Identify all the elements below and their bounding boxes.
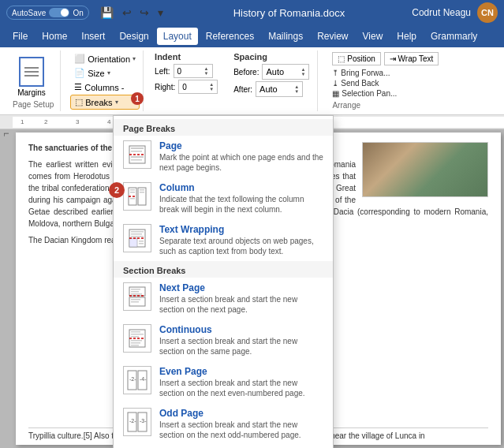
autosave-toggle-knob xyxy=(61,9,69,17)
svg-rect-15 xyxy=(129,238,137,247)
svg-text:-2-: -2- xyxy=(129,376,136,382)
selection-pane-row: ▦ Selection Pan... xyxy=(332,89,439,98)
dropdown-item-even-page[interactable]: -2- -4- Even Page Insert a section break… xyxy=(114,361,333,403)
menu-layout[interactable]: Layout xyxy=(157,28,198,45)
orientation-button[interactable]: ⬜ Orientation ▾ xyxy=(70,52,140,65)
size-button[interactable]: 📄 Size ▾ xyxy=(70,66,140,80)
menu-home[interactable]: Home xyxy=(35,28,73,45)
svg-rect-37 xyxy=(131,345,139,346)
spacing-after-arrows: ▲ ▼ xyxy=(294,84,299,94)
indent-left-down[interactable]: ▼ xyxy=(204,71,209,76)
menu-insert[interactable]: Insert xyxy=(75,28,111,45)
spacing-before-down[interactable]: ▼ xyxy=(301,72,306,77)
odd-page-icon: -2- -3- xyxy=(123,408,151,436)
title-bar-left: AutoSave On 💾 ↩ ↪ ▾ xyxy=(6,5,166,21)
odd-page-desc: Insert a section break and start the new… xyxy=(159,420,323,440)
menu-review[interactable]: Review xyxy=(311,28,354,45)
autosave-badge[interactable]: AutoSave On xyxy=(6,6,89,20)
svg-text:-3-: -3- xyxy=(140,418,147,424)
indent-right-field[interactable]: 0 ▲ ▼ xyxy=(178,80,218,94)
redo-icon[interactable]: ↪ xyxy=(136,5,152,21)
dropdown-item-next-page[interactable]: Next Page Insert a section break and sta… xyxy=(114,278,333,319)
indent-right-value: 0 xyxy=(182,83,187,91)
spacing-after-row: After: Auto ▲ ▼ xyxy=(233,81,309,97)
layout-buttons-group: ⬜ Orientation ▾ 📄 Size ▾ ☰ Columns - ⬚ B… xyxy=(67,50,144,111)
dropdown-item-page[interactable]: Page Mark the point at which one page en… xyxy=(114,136,333,177)
even-page-text: Even Page Insert a section break and sta… xyxy=(159,366,323,398)
svg-rect-32 xyxy=(131,331,140,333)
autosave-toggle[interactable] xyxy=(49,8,69,17)
indent-left-row: Left: 0 ▲ ▼ xyxy=(155,64,218,78)
undo-icon[interactable]: ↩ xyxy=(119,5,135,21)
menu-file[interactable]: File xyxy=(6,28,34,45)
spacing-before-label: Before: xyxy=(233,68,259,77)
menu-references[interactable]: References xyxy=(200,28,260,45)
spacing-after-field[interactable]: Auto ▲ ▼ xyxy=(256,81,303,97)
indent-left-label: Left: xyxy=(155,67,170,76)
menu-help[interactable]: Help xyxy=(390,28,423,45)
doc-image xyxy=(362,142,488,197)
save-icon[interactable]: 💾 xyxy=(97,5,117,21)
even-page-icon: -2- -4- xyxy=(123,366,151,394)
columns-button[interactable]: ☰ Columns - xyxy=(70,80,140,94)
svg-rect-28 xyxy=(131,299,140,301)
margins-button[interactable]: Margins xyxy=(13,53,50,100)
svg-rect-25 xyxy=(131,289,140,290)
spacing-after-down[interactable]: ▼ xyxy=(294,89,299,94)
ribbon: Margins Page Setup ⬜ Orientation ▾ 📄 Siz… xyxy=(0,47,504,115)
menu-mailings[interactable]: Mailings xyxy=(262,28,309,45)
doc-title: History of Romania.docx xyxy=(233,7,345,19)
indent-right-row: Right: 0 ▲ ▼ xyxy=(155,80,218,94)
autosave-state: On xyxy=(73,9,83,17)
dropdown-item-continuous[interactable]: Continuous Insert a section break and st… xyxy=(114,319,333,361)
menu-grammarly[interactable]: Grammarly xyxy=(424,28,483,45)
customize-icon[interactable]: ▾ xyxy=(155,5,166,21)
bring-forward-button[interactable]: ⤒ Bring Forwa... xyxy=(332,69,390,77)
indent-left-arrows: ▲ ▼ xyxy=(204,66,209,76)
breaks-dropdown-icon: ▾ xyxy=(115,99,118,106)
breaks-label: Breaks xyxy=(85,98,112,107)
dropdown-item-odd-page[interactable]: -2- -3- Odd Page Insert a section break … xyxy=(114,403,333,445)
indent-right-label: Right: xyxy=(155,83,175,91)
indent-group: Indent Left: 0 ▲ ▼ Right: 0 ▲ ▼ xyxy=(150,50,222,111)
spacing-before-field[interactable]: Auto ▲ ▼ xyxy=(262,64,309,80)
page-breaks-title: Page Breaks xyxy=(114,119,333,136)
selection-pane-button[interactable]: ▦ Selection Pan... xyxy=(332,89,397,98)
text-wrapping-title: Text Wrapping xyxy=(159,224,323,235)
svg-rect-2 xyxy=(131,147,144,149)
breaks-icon: ⬚ xyxy=(75,97,83,107)
menu-bar: File Home Insert Design Layout Reference… xyxy=(0,25,504,47)
arrange-top-row: ⬚ Position ⇥ Wrap Text xyxy=(332,52,439,65)
toolbar-icons: 💾 ↩ ↪ ▾ xyxy=(97,5,166,21)
position-button[interactable]: ⬚ Position xyxy=(332,52,380,65)
breaks-button[interactable]: ⬚ Breaks ▾ 1 xyxy=(70,95,140,110)
next-page-text: Next Page Insert a section break and sta… xyxy=(159,282,323,315)
menu-design[interactable]: Design xyxy=(113,28,155,45)
columns-label: Columns - xyxy=(84,83,124,92)
selection-pane-icon: ▦ xyxy=(332,89,339,98)
dropdown-item-text-wrapping[interactable]: Text Wrapping Separate text around objec… xyxy=(114,219,333,261)
dropdown-item-column[interactable]: Column Indicate that the text following … xyxy=(114,177,333,219)
orientation-label: Orientation xyxy=(88,54,130,64)
page-break-text: Page Mark the point at which one page en… xyxy=(159,140,323,173)
svg-rect-36 xyxy=(131,342,140,344)
svg-rect-12 xyxy=(140,189,144,191)
column-break-badge: 2 xyxy=(109,182,125,198)
avatar[interactable]: CN xyxy=(477,2,498,23)
indent-right-down[interactable]: ▼ xyxy=(209,87,214,91)
svg-rect-26 xyxy=(131,291,139,293)
selection-pane-label: Selection Pan... xyxy=(342,89,397,98)
bring-forward-label: Bring Forwa... xyxy=(341,69,390,77)
arrange-label: Arrange xyxy=(332,98,439,110)
svg-rect-33 xyxy=(131,334,144,335)
menu-view[interactable]: View xyxy=(357,28,390,45)
page-setup-group: Margins Page Setup xyxy=(6,50,61,111)
wrap-text-button[interactable]: ⇥ Wrap Text xyxy=(384,52,439,65)
title-bar-right: Codrut Neagu CN xyxy=(412,2,498,23)
svg-rect-35 xyxy=(131,340,142,342)
indent-left-field[interactable]: 0 ▲ ▼ xyxy=(174,64,213,78)
svg-rect-13 xyxy=(140,192,144,193)
send-back-button[interactable]: ⤓ Send Back xyxy=(332,79,379,88)
arrange-group: ⬚ Position ⇥ Wrap Text ⤒ Bring Forwa... … xyxy=(324,50,443,111)
odd-page-title: Odd Page xyxy=(159,408,323,419)
